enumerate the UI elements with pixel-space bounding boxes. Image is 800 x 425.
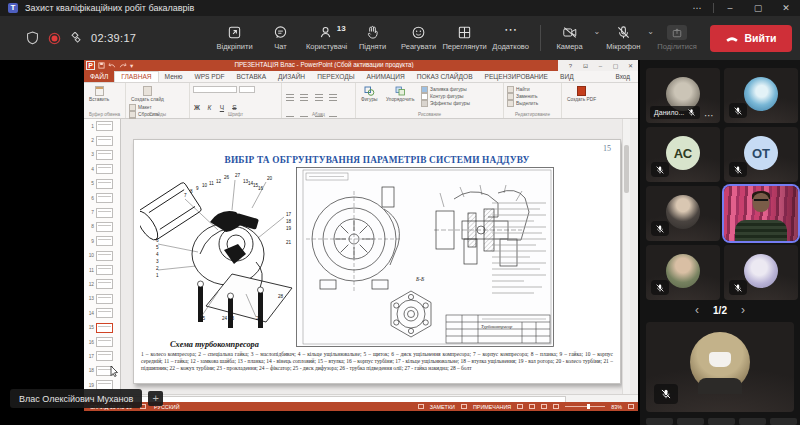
notes-toggle[interactable]: ЗАМЕТКИ <box>430 404 455 410</box>
pager-next-icon[interactable]: › <box>741 303 745 317</box>
leave-button[interactable]: Вийти <box>710 25 792 52</box>
ribbon-tab-7[interactable]: АНИМАЦИЯ <box>361 71 411 82</box>
view-reading-button[interactable] <box>541 404 547 409</box>
participant-tile-large[interactable] <box>646 322 794 412</box>
strikethrough-button[interactable]: S <box>230 104 238 111</box>
participant-tile[interactable] <box>646 186 720 241</box>
participant-tile[interactable] <box>646 245 720 300</box>
shape-effects-button[interactable]: Эффекты фигуры <box>421 100 470 107</box>
ribbon-tab-5[interactable]: ДИЗАЙН <box>272 71 311 82</box>
view-slideshow-button[interactable] <box>553 404 559 409</box>
create-pdf-button[interactable]: Создать PDF <box>567 86 596 102</box>
chat-button[interactable]: Чат <box>258 25 304 51</box>
slide-thumbnail-4[interactable]: 4 <box>84 162 120 176</box>
underline-button[interactable]: Ч <box>218 104 226 111</box>
participant-tile[interactable]: Данило... ⋯ <box>646 68 720 123</box>
replace-button[interactable]: Заменить <box>507 93 538 100</box>
ppt-ribbon-options-button[interactable]: ⊡ <box>578 62 593 69</box>
slide-thumbnail-14[interactable]: 14 <box>84 306 120 320</box>
qat-dropdown-icon[interactable]: ▾ <box>130 61 133 70</box>
ppt-sign-in[interactable]: Вход <box>608 71 638 82</box>
view-sorter-button[interactable] <box>529 404 535 409</box>
select-button[interactable]: Выделить <box>507 100 538 107</box>
window-minimize-button[interactable]: – <box>716 0 744 16</box>
microphone-button[interactable]: Мікрофон <box>600 25 646 51</box>
slide-thumbnail-8[interactable]: 8 <box>84 220 120 234</box>
ribbon-tab-3[interactable]: WPS PDF <box>188 71 230 82</box>
italic-button[interactable]: К <box>205 104 213 111</box>
unpin-button[interactable]: Відкріпити <box>212 25 258 51</box>
ribbon-tab-1[interactable]: ГЛАВНАЯ <box>114 71 158 82</box>
tile-more-icon[interactable]: ⋯ <box>704 110 714 121</box>
slide-thumbnail-11[interactable]: 11 <box>84 263 120 277</box>
bullets-button[interactable] <box>286 94 294 101</box>
new-slide-button[interactable]: Создать слайд <box>131 86 164 102</box>
comments-toggle[interactable]: ПРИМЕЧАНИЯ <box>473 404 511 410</box>
numbering-button[interactable] <box>300 94 308 101</box>
raise-hand-button[interactable]: Підняти <box>350 25 396 51</box>
shapes-button[interactable]: Фигуры <box>361 86 378 102</box>
indent-button[interactable] <box>315 94 323 101</box>
participant-tile[interactable]: ОТ <box>724 127 798 182</box>
slide-thumbnail-9[interactable]: 9 <box>84 234 120 248</box>
bold-button[interactable]: Ж <box>193 104 201 111</box>
ppt-close-button[interactable]: ✕ <box>623 62 638 69</box>
ribbon-tab-0[interactable]: ФАЙЛ <box>84 71 114 82</box>
spacing-button[interactable] <box>329 94 337 101</box>
zoom-slider[interactable] <box>565 406 605 407</box>
fit-to-window-button[interactable] <box>628 404 634 409</box>
mic-chevron-icon[interactable]: ⌄ <box>647 27 654 36</box>
undo-icon[interactable] <box>108 62 116 69</box>
redo-icon[interactable] <box>119 62 127 69</box>
slide-thumbnail-5[interactable]: 5 <box>84 177 120 191</box>
slide-thumbnail-16[interactable]: 16 <box>84 335 120 349</box>
font-size-select[interactable] <box>239 86 255 93</box>
participant-tile[interactable] <box>724 245 798 300</box>
ribbon-tab-9[interactable]: РЕЦЕНЗИРОВАНИЕ <box>479 71 554 82</box>
window-more-button[interactable]: ⋯ <box>683 0 711 16</box>
slide-thumbnail-3[interactable]: 3 <box>84 148 120 162</box>
ribbon-tab-2[interactable]: Меню <box>159 71 189 82</box>
camera-chevron-icon[interactable]: ⌄ <box>594 27 601 36</box>
font-name-select[interactable] <box>193 86 237 93</box>
slide-thumbnail-7[interactable]: 7 <box>84 205 120 219</box>
window-maximize-button[interactable]: ▢ <box>744 0 772 16</box>
slide-thumbnail-13[interactable]: 13 <box>84 292 120 306</box>
zoom-percent[interactable]: 83% <box>611 404 622 410</box>
slide-thumbnail-2[interactable]: 2 <box>84 133 120 147</box>
participants-button[interactable]: 13 Користувачі <box>304 25 350 51</box>
shape-fill-button[interactable]: Заливка фигуры <box>421 86 470 93</box>
ribbon-tab-6[interactable]: ПЕРЕХОДЫ <box>311 71 360 82</box>
more-actions-button[interactable]: ⋯ Додатково <box>488 25 534 51</box>
vertical-scrollbar[interactable] <box>622 119 630 394</box>
camera-button[interactable]: Камера <box>547 25 593 51</box>
window-close-button[interactable]: ✕ <box>772 0 800 16</box>
shape-outline-button[interactable]: Контур фигуры <box>421 93 470 100</box>
participant-tile[interactable] <box>724 68 798 123</box>
slide-thumbnail-17[interactable]: 17 <box>84 349 120 363</box>
arrange-button[interactable]: Упорядочить <box>386 86 415 102</box>
horizontal-scrollbar[interactable] <box>84 394 638 402</box>
save-icon[interactable] <box>98 62 105 69</box>
find-button[interactable]: Найти <box>507 86 538 93</box>
ppt-minimize-button[interactable]: – <box>593 63 608 69</box>
ribbon-tab-10[interactable]: ВИД <box>554 71 580 82</box>
layout-button[interactable]: Макет <box>129 104 159 111</box>
pager-prev-icon[interactable]: ‹ <box>695 303 699 317</box>
slide-thumbnail-15[interactable]: 15 <box>84 320 120 334</box>
slide-thumbnail-12[interactable]: 12 <box>84 277 120 291</box>
slide-thumbnail-pane[interactable]: 12345678910111213141516171819 <box>84 119 121 394</box>
react-button[interactable]: Реагувати <box>396 25 442 51</box>
participant-tile[interactable]: АС <box>646 127 720 182</box>
slide-thumbnail-1[interactable]: 1 <box>84 119 120 133</box>
slide-thumbnail-6[interactable]: 6 <box>84 191 120 205</box>
slide-thumbnail-10[interactable]: 10 <box>84 249 120 263</box>
paste-button[interactable]: Вставить <box>89 86 109 102</box>
ppt-help-button[interactable]: ? <box>563 63 578 69</box>
ribbon-tab-4[interactable]: ВСТАВКА <box>230 71 272 82</box>
view-button[interactable]: Переглянути <box>442 25 488 51</box>
ppt-restore-button[interactable]: ▢ <box>608 62 623 69</box>
active-speaker-video-tile[interactable] <box>724 186 798 241</box>
ribbon-tab-8[interactable]: ПОКАЗ СЛАЙДОВ <box>411 71 479 82</box>
overlay-plus-button[interactable]: + <box>148 391 163 406</box>
